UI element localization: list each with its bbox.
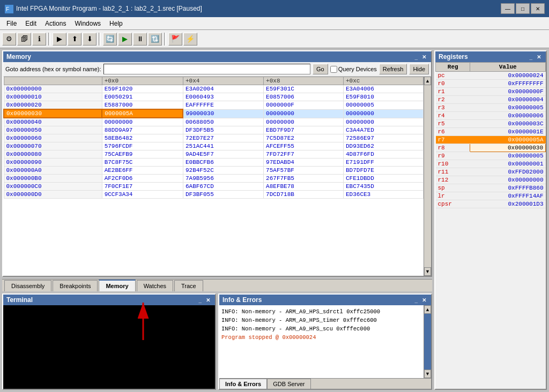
scrollbar-down-btn[interactable]: ▼ (424, 267, 431, 276)
reg-name-sp: sp (436, 184, 470, 192)
tabs-bar: Disassembly Breakpoints Memory Watches T… (2, 279, 432, 291)
registers-table-area[interactable]: Reg Value pc0x00000024r00xFFFFFFFFr10x00… (435, 62, 546, 389)
memory-table-area[interactable]: +0x0 +0x4 +0x8 +0xc 0x00000000E59F1020E3… (3, 77, 424, 276)
info-tab-gdb-server[interactable]: GDB Server (267, 379, 310, 389)
memory-cell-9-0: B7C8F75C (102, 159, 183, 167)
menu-windows[interactable]: Windows (70, 19, 105, 28)
refresh-button[interactable]: Refresh (379, 64, 407, 74)
address-input[interactable] (103, 64, 310, 74)
toolbar-copy-btn[interactable]: 🗐 (17, 33, 31, 46)
reg-value-r7: 0x0000005A (470, 136, 546, 144)
memory-minimize-btn[interactable]: _ (413, 54, 419, 60)
memory-addr-5: 0x00000050 (4, 126, 102, 134)
scrollbar-up-btn[interactable]: ▲ (424, 77, 431, 85)
reg-name-r5: r5 (436, 120, 470, 128)
info-close-btn[interactable]: ✕ (420, 297, 428, 303)
memory-cell-6-3: 72586E97 (344, 134, 424, 142)
reg-name-r1: r1 (436, 88, 470, 96)
memory-cell-7-0: 5796FCDF (102, 142, 183, 150)
tab-memory[interactable]: Memory (99, 280, 135, 291)
terminal-content[interactable] (3, 305, 215, 389)
memory-cell-7-1: 251AC441 (183, 142, 263, 150)
bottom-panels: Terminal _ ✕ Info & Errors _ ✕ (2, 293, 432, 390)
info-minimize-btn[interactable]: _ (413, 297, 419, 303)
minimize-button[interactable]: — (501, 3, 515, 14)
go-button[interactable]: Go (313, 64, 328, 74)
memory-addr-2: 0x00000020 (4, 101, 102, 110)
reg-name-r9: r9 (436, 152, 470, 160)
menu-help[interactable]: Help (105, 19, 127, 28)
memory-table: +0x0 +0x4 +0x8 +0xc 0x00000000E59F1020E3… (3, 77, 424, 199)
memory-cell-7-2: AFCEFF55 (264, 142, 344, 150)
toolbar-pause-btn[interactable]: ⏸ (133, 33, 147, 46)
info-tab-info-errors[interactable]: Info & Errors (219, 379, 267, 389)
memory-close-btn[interactable]: ✕ (420, 54, 428, 60)
memory-cell-2-3: 00000005 (344, 101, 424, 110)
menu-file[interactable]: File (2, 19, 21, 28)
toolbar-sep3 (164, 33, 166, 46)
toolbar-flag-btn[interactable]: 🚩 (168, 33, 182, 46)
tab-disassembly[interactable]: Disassembly (4, 280, 51, 291)
memory-cell-2-1: EAFFFFFE (183, 101, 263, 110)
memory-cell-3-2: 00000000 (264, 109, 344, 118)
memory-scrollbar[interactable]: ▲ ▼ (424, 77, 431, 276)
reg-value-r9: 0x00000005 (470, 152, 546, 160)
tab-trace[interactable]: Trace (174, 280, 203, 291)
col-0xc: +0xc (344, 77, 424, 85)
toolbar-sep1 (48, 33, 50, 46)
toolbar-stepover-btn[interactable]: ⬆ (68, 33, 81, 46)
hide-button[interactable]: Hide (409, 64, 429, 74)
info-line: INFO: Non-memory - ARM_A9_HPS_timer 0xff… (221, 316, 421, 325)
info-scrollbar-area: INFO: Non-memory - ARM_A9_HPS_sdrctl 0xf… (219, 305, 431, 378)
registers-minimize-btn[interactable]: _ (528, 54, 534, 60)
tab-watches[interactable]: Watches (137, 280, 173, 291)
toolbar-gear-btn[interactable]: ⚙ (2, 33, 16, 46)
memory-cell-0-3: E3A04006 (344, 85, 424, 93)
memory-addr-13: 0x000000D0 (4, 191, 102, 199)
close-button[interactable]: ✕ (531, 3, 545, 14)
terminal-close-btn[interactable]: ✕ (204, 297, 212, 303)
svg-text:F: F (6, 6, 9, 12)
info-scrollbar-up[interactable]: ▲ (424, 305, 431, 314)
terminal-minimize-btn[interactable]: _ (197, 297, 203, 303)
reg-name-r10: r10 (436, 160, 470, 168)
toolbar-gorun-btn[interactable]: ▶ (118, 33, 132, 46)
memory-cell-12-0: 7F0CF1E7 (102, 183, 183, 191)
toolbar-connect-btn[interactable]: 🔄 (103, 33, 117, 46)
toolbar-stepinto-btn[interactable]: ⬇ (83, 33, 97, 46)
reg-value-r8: 0x00000030 (470, 144, 546, 152)
info-scrollbar-down[interactable]: ▼ (424, 370, 431, 378)
memory-cell-5-2: EBD7F9D7 (264, 126, 344, 134)
registers-title: Registers (439, 53, 468, 61)
toolbar-info-btn[interactable]: ℹ (32, 33, 46, 46)
registers-close-btn[interactable]: ✕ (535, 54, 543, 60)
app-icon: F (4, 4, 13, 13)
menu-actions[interactable]: Actions (41, 19, 70, 28)
toolbar-sep2 (99, 33, 101, 46)
memory-addr-4: 0x00000040 (4, 118, 102, 126)
tab-breakpoints[interactable]: Breakpoints (53, 280, 98, 291)
memory-cell-13-3: ED36CE3 (344, 191, 424, 199)
query-devices-checkbox[interactable] (330, 66, 337, 73)
maximize-button[interactable]: □ (516, 3, 530, 14)
memory-cell-13-1: DF3BF055 (183, 191, 263, 199)
memory-cell-13-0: 9CCF3A34 (102, 191, 183, 199)
title-bar: F Intel FPGA Monitor Program - lab2_2_1 … (0, 0, 549, 17)
col-0x8: +0x8 (264, 77, 344, 85)
reg-name-r0: r0 (436, 80, 470, 88)
info-title: Info & Errors (222, 296, 262, 304)
toolbar-run-btn[interactable]: ▶ (53, 33, 66, 46)
menu-edit[interactable]: Edit (21, 19, 41, 28)
info-content[interactable]: INFO: Non-memory - ARM_A9_HPS_sdrctl 0xf… (219, 305, 424, 378)
memory-cell-13-2: 7DCD718B (264, 191, 344, 199)
memory-cell-8-2: 7FD72FF7 (264, 150, 344, 159)
reg-name-r2: r2 (436, 96, 470, 104)
toolbar-reload-btn[interactable]: 🔃 (148, 33, 162, 46)
reg-value-r6: 0x0000001E (470, 128, 546, 136)
title-controls: — □ ✕ (501, 3, 545, 14)
toolbar-extra-btn[interactable]: ⚡ (183, 33, 197, 46)
info-line: INFO: Non-memory - ARM_A9_HPS_scu 0xfffe… (221, 325, 421, 333)
info-scrollbar[interactable]: ▲ ▼ (424, 305, 431, 378)
reg-value-r0: 0xFFFFFFFF (470, 80, 546, 88)
memory-cell-2-0: E5887000 (102, 101, 183, 110)
